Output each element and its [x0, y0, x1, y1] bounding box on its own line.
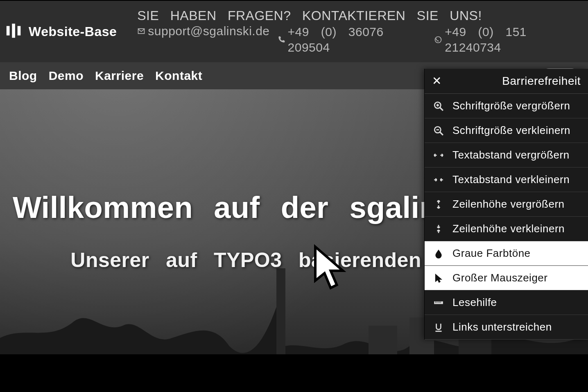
nav-item-blog[interactable]: Blog: [9, 69, 37, 83]
close-icon[interactable]: ✕: [432, 75, 442, 87]
phone-icon: [277, 32, 285, 48]
accessibility-option-label: Lesehilfe: [452, 296, 581, 309]
contact-phone[interactable]: +49 (0) 36076 209504: [277, 24, 427, 55]
contact-email[interactable]: support@sgalinski.de: [137, 24, 269, 38]
nav-item-karriere[interactable]: Karriere: [95, 69, 144, 83]
accessibility-option-label: Links unterstreichen: [452, 321, 581, 333]
svg-rect-2: [18, 26, 21, 36]
cursor-icon: [432, 273, 445, 283]
svg-point-3: [435, 36, 441, 43]
accessibility-option-label: Graue Farbtöne: [452, 247, 581, 260]
logo-icon: [5, 21, 24, 42]
contact-email-text: support@sgalinski.de: [148, 24, 269, 38]
accessibility-panel-header: ✕ Barrierefreiheit: [425, 69, 588, 94]
accessibility-option[interactable]: Zeilenhöhe vergrößern: [425, 192, 588, 217]
accessibility-option[interactable]: Textabstand verkleinern: [425, 168, 588, 192]
top-header: Website-Base SIE HABEN FRAGEN? KONTAKTIE…: [0, 0, 588, 62]
arrows-in-icon: [432, 174, 445, 185]
accessibility-option[interactable]: Links unterstreichen: [425, 315, 588, 340]
ruler-icon: [432, 297, 445, 308]
accessibility-option[interactable]: Lesehilfe: [425, 290, 588, 315]
contact-block: SIE HABEN FRAGEN? KONTAKTIEREN SIE UNS! …: [137, 8, 584, 55]
bottom-letterbox: [0, 354, 588, 392]
accessibility-option[interactable]: Schriftgröße vergrößern: [425, 94, 588, 118]
logo[interactable]: Website-Base: [4, 21, 137, 42]
accessibility-option-label: Zeilenhöhe vergrößern: [452, 198, 581, 211]
zoom-in-icon: [432, 101, 445, 111]
accessibility-panel: ✕ Barrierefreiheit Schriftgröße vergröße…: [424, 69, 588, 340]
accessibility-option[interactable]: Textabstand vergrößern: [425, 143, 588, 168]
contact-whatsapp-text: +49 (0) 151 21240734: [445, 24, 584, 55]
accessibility-option-label: Zeilenhöhe verkleinern: [452, 222, 581, 235]
zoom-out-icon: [432, 125, 445, 136]
mail-icon: [137, 24, 145, 38]
nav-item-demo[interactable]: Demo: [49, 69, 84, 83]
droplet-icon: [432, 248, 445, 259]
accessibility-option-label: Schriftgröße vergrößern: [452, 100, 581, 112]
whatsapp-icon: [434, 32, 442, 48]
line-up-icon: [432, 199, 445, 210]
svg-rect-1: [12, 24, 15, 38]
svg-rect-0: [7, 26, 10, 36]
logo-text: Website-Base: [29, 24, 117, 39]
accessibility-options-list: Schriftgröße vergrößernSchriftgröße verk…: [425, 94, 588, 340]
accessibility-option-label: Schriftgröße verkleinern: [452, 124, 581, 137]
accessibility-panel-title: Barrierefreiheit: [442, 75, 581, 88]
accessibility-option-label: Großer Mauszeiger: [452, 272, 581, 284]
accessibility-option[interactable]: Schriftgröße verkleinern: [425, 118, 588, 143]
accessibility-option[interactable]: Großer Mauszeiger: [425, 266, 588, 290]
line-down-icon: [432, 224, 445, 234]
arrows-out-icon: [432, 150, 445, 161]
accessibility-option[interactable]: Zeilenhöhe verkleinern: [425, 217, 588, 241]
accessibility-option-label: Textabstand verkleinern: [452, 173, 581, 186]
nav-links: Blog Demo Karriere Kontakt: [9, 69, 202, 83]
accessibility-option[interactable]: Graue Farbtöne: [425, 241, 588, 266]
underline-icon: [432, 322, 445, 333]
contact-phone-text: +49 (0) 36076 209504: [288, 24, 427, 55]
accessibility-option-label: Textabstand vergrößern: [452, 149, 581, 161]
nav-item-kontakt[interactable]: Kontakt: [155, 69, 202, 83]
contact-whatsapp[interactable]: +49 (0) 151 21240734: [434, 24, 584, 55]
contact-prompt: SIE HABEN FRAGEN? KONTAKTIEREN SIE UNS!: [137, 8, 584, 23]
